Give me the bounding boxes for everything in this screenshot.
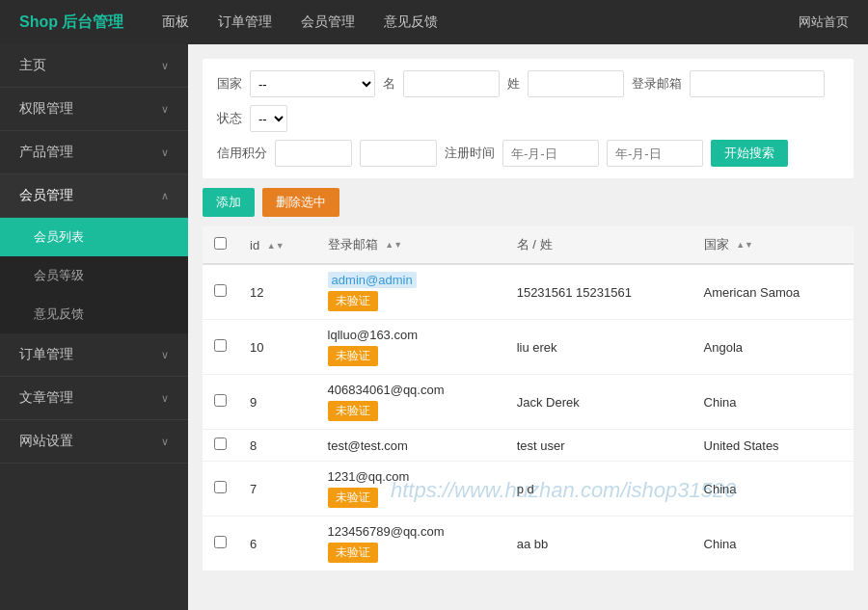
status-label: 状态 (217, 110, 242, 127)
email-input[interactable] (690, 70, 825, 97)
row-fullname: Jack Derek (505, 375, 692, 430)
sidebar: 主页 ∨ 权限管理 ∨ 产品管理 ∨ 会员管理 ∧ 会员列表 会员等级 意见反馈 (0, 44, 188, 610)
row-checkbox[interactable] (214, 438, 227, 450)
sidebar-item-permissions-chevron: ∨ (161, 103, 169, 116)
reg-date-start[interactable] (502, 140, 599, 167)
credit-input-2[interactable] (360, 140, 437, 167)
table-row: 10lqlluo@163.com未验证liu erekAngola (203, 320, 854, 375)
add-button[interactable]: 添加 (203, 188, 255, 217)
email-value[interactable]: 406834061@qq.com (328, 383, 445, 397)
sidebar-item-articles-label: 文章管理 (19, 389, 73, 407)
name-label: 名 (383, 75, 395, 93)
row-checkbox-cell (203, 264, 238, 320)
row-checkbox[interactable] (214, 339, 227, 352)
sidebar-item-order-mgmt[interactable]: 订单管理 ∨ (0, 333, 188, 377)
sidebar-item-site-settings[interactable]: 网站设置 ∨ (0, 420, 188, 464)
row-email: 1231@qq.com未验证 (316, 462, 505, 517)
nav-item-feedback[interactable]: 意见反馈 (384, 13, 438, 31)
nav-menu: 面板 订单管理 会员管理 意见反馈 (162, 13, 799, 31)
sidebar-item-site-settings-label: 网站设置 (19, 433, 73, 450)
row-email: 123456789@qq.com未验证 (316, 517, 505, 571)
table-row: 8test@test.comtest userUnited States (203, 430, 854, 462)
row-id: 10 (238, 320, 316, 375)
nav-item-members[interactable]: 会员管理 (301, 13, 355, 31)
name-input[interactable] (403, 70, 500, 97)
row-id: 6 (238, 517, 316, 571)
credit-input[interactable] (275, 140, 352, 167)
unverified-badge: 未验证 (328, 291, 378, 311)
regtime-label: 注册时间 (445, 145, 495, 162)
row-email: test@test.com (316, 430, 505, 462)
sidebar-item-home[interactable]: 主页 ∨ (0, 44, 188, 88)
table-header-email: 登录邮箱 ▲▼ (316, 226, 505, 264)
row-checkbox[interactable] (214, 481, 227, 493)
lastname-label: 姓 (507, 75, 520, 93)
unverified-badge: 未验证 (328, 543, 378, 563)
sidebar-item-articles-chevron: ∨ (161, 392, 169, 405)
email-value[interactable]: 1231@qq.com (328, 469, 410, 484)
search-button[interactable]: 开始搜索 (711, 140, 788, 167)
row-country: China (692, 375, 854, 430)
sidebar-item-members[interactable]: 会员管理 ∧ (0, 174, 188, 218)
main-layout: 主页 ∨ 权限管理 ∨ 产品管理 ∨ 会员管理 ∧ 会员列表 会员等级 意见反馈 (0, 44, 868, 610)
row-country: American Samoa (692, 264, 854, 320)
reg-date-end[interactable] (607, 140, 703, 167)
row-fullname: 15231561 15231561 (505, 264, 692, 320)
row-checkbox-cell (203, 462, 238, 517)
table-row: 9406834061@qq.com未验证Jack DerekChina (203, 375, 854, 430)
row-checkbox-cell (203, 517, 238, 571)
sidebar-item-site-settings-chevron: ∨ (161, 436, 169, 448)
row-country: China (692, 517, 854, 571)
email-value[interactable]: lqlluo@163.com (328, 328, 418, 342)
row-fullname: liu erek (505, 320, 692, 375)
row-checkbox-cell (203, 375, 238, 430)
email-value[interactable]: admin@admin (328, 272, 417, 288)
unverified-badge: 未验证 (328, 346, 378, 366)
unverified-badge: 未验证 (328, 401, 378, 421)
table-header-id: id ▲▼ (238, 226, 316, 264)
sort-email-icon[interactable]: ▲▼ (385, 241, 402, 250)
sort-id-icon[interactable]: ▲▼ (267, 242, 285, 251)
sidebar-item-permissions-label: 权限管理 (19, 100, 73, 118)
email-value[interactable]: test@test.com (328, 438, 408, 453)
table-row: 71231@qq.com未验证p dChina (203, 462, 854, 517)
filter-row-2: 信用积分 注册时间 开始搜索 (217, 140, 839, 167)
row-country: Angola (692, 320, 854, 375)
row-country: United States (692, 430, 854, 462)
country-select[interactable]: -- China United States Angola American S… (250, 70, 375, 97)
sidebar-item-permissions[interactable]: 权限管理 ∨ (0, 88, 188, 131)
top-navigation: Shop 后台管理 面板 订单管理 会员管理 意见反馈 网站首页 (0, 0, 868, 44)
sidebar-sub-item-feedback[interactable]: 意见反馈 (0, 295, 188, 333)
site-link[interactable]: 网站首页 (799, 13, 849, 31)
sidebar-item-products-chevron: ∨ (161, 146, 169, 159)
sidebar-sub-item-member-level[interactable]: 会员等级 (0, 256, 188, 295)
row-checkbox[interactable] (214, 394, 227, 407)
unverified-badge: 未验证 (328, 488, 378, 508)
email-label: 登录邮箱 (632, 75, 682, 93)
action-bar: 添加 删除选中 (203, 188, 854, 217)
sidebar-item-products[interactable]: 产品管理 ∨ (0, 131, 188, 174)
sidebar-item-members-chevron: ∧ (161, 190, 169, 202)
status-select[interactable]: -- (250, 105, 287, 132)
sidebar-item-products-label: 产品管理 (19, 144, 73, 161)
delete-selected-button[interactable]: 删除选中 (262, 188, 339, 217)
sidebar-item-order-mgmt-label: 订单管理 (19, 346, 73, 363)
sidebar-item-home-label: 主页 (19, 57, 46, 74)
email-value[interactable]: 123456789@qq.com (328, 524, 445, 539)
nav-item-dashboard[interactable]: 面板 (162, 13, 189, 31)
select-all-checkbox[interactable] (214, 237, 227, 250)
table-header-country: 国家 ▲▼ (692, 226, 854, 264)
brand-logo: Shop 后台管理 (19, 13, 123, 33)
row-fullname: p d (505, 462, 692, 517)
lastname-input[interactable] (528, 70, 624, 97)
row-checkbox[interactable] (214, 284, 227, 297)
sidebar-item-home-chevron: ∨ (161, 60, 169, 72)
table-header-checkbox (203, 226, 238, 264)
row-checkbox[interactable] (214, 536, 227, 548)
table-header-name: 名 / 姓 (505, 226, 692, 264)
sidebar-sub-item-member-list[interactable]: 会员列表 (0, 218, 188, 256)
row-email: 406834061@qq.com未验证 (316, 375, 505, 430)
sidebar-item-articles[interactable]: 文章管理 ∨ (0, 377, 188, 420)
nav-item-orders[interactable]: 订单管理 (218, 13, 272, 31)
sort-country-icon[interactable]: ▲▼ (736, 241, 753, 250)
